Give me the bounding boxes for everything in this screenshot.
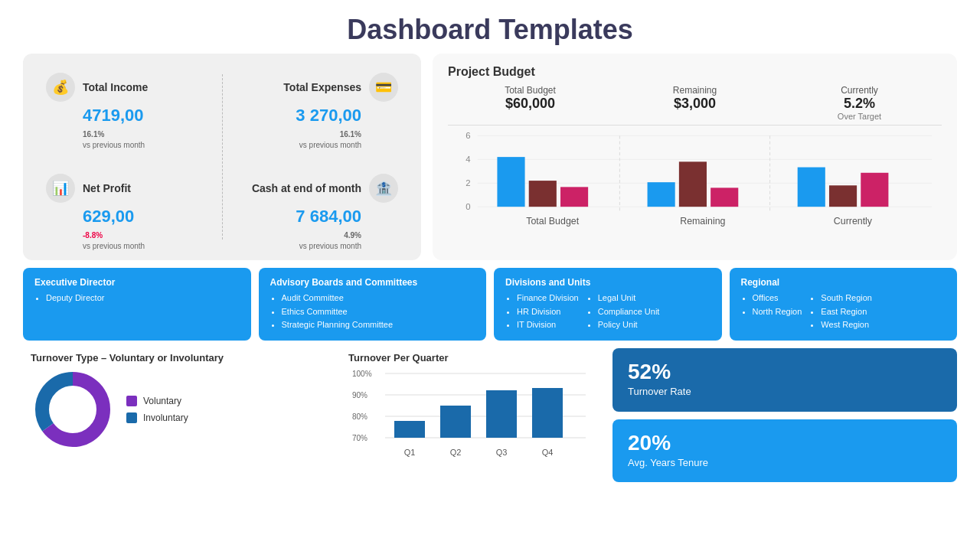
org-card-regional-col1: Offices North Region [741, 292, 802, 332]
row3: Turnover Type – Voluntary or Involuntary… [23, 348, 957, 482]
org-card-advisory: Advisory Boards and Committees Audit Com… [259, 268, 487, 341]
list-item: West Region [821, 318, 872, 332]
list-item: Deputy Director [46, 292, 240, 305]
svg-text:6: 6 [466, 131, 470, 140]
svg-text:80%: 80% [352, 412, 368, 421]
donut-legend: Voluntary Involuntary [126, 396, 188, 423]
budget-remaining-header: Remaining $3,000 [612, 85, 777, 121]
cash-value: 7 684,00 [296, 207, 361, 227]
income-icon: 💰 [46, 73, 75, 102]
svg-rect-12 [648, 182, 675, 207]
list-item: Compliance Unit [598, 305, 660, 319]
svg-text:70%: 70% [352, 434, 368, 442]
list-item: HR Division [517, 305, 579, 319]
org-card-divisions-col2: Legal Unit Compliance Unit Policy Unit [586, 292, 660, 332]
budget-card: Project Budget Total Budget $60,000 Rema… [433, 54, 957, 260]
kpi-turnover-label: Turnover Rate [628, 386, 942, 397]
budget-headers: Total Budget $60,000 Remaining $3,000 Cu… [448, 85, 942, 121]
org-card-regional-col2: South Region East Region West Region [809, 292, 872, 332]
donut-chart [31, 367, 115, 452]
list-item: North Region [753, 305, 802, 319]
cash-label: Cash at end of month [252, 182, 361, 194]
quarter-bar-chart-area: 100% 90% 80% 70% Q1 Q2 [348, 367, 593, 467]
org-card-executive: Executive Director Deputy Director [23, 268, 251, 341]
row1: 💰 Total Income 4719,00 16.1% vs previous… [23, 54, 957, 260]
legend-voluntary: Voluntary [126, 396, 188, 406]
total-income-value: 4719,00 [83, 106, 207, 126]
total-income-item: 💰 Total Income 4719,00 16.1% vs previous… [31, 61, 222, 162]
page-title: Dashboard Templates [0, 0, 980, 54]
expenses-icon: 💳 [369, 73, 398, 102]
list-item: Strategic Planning Committee [282, 318, 475, 332]
kpi-turnover-rate: 52% Turnover Rate [612, 348, 957, 412]
org-card-advisory-title: Advisory Boards and Committees [270, 277, 475, 288]
svg-text:Q4: Q4 [542, 448, 554, 457]
svg-rect-18 [861, 173, 888, 207]
svg-text:Remaining: Remaining [680, 216, 725, 227]
svg-rect-16 [798, 168, 825, 207]
list-item: Legal Unit [598, 292, 660, 305]
kpi-cards: 52% Turnover Rate 20% Avg. Years Tenure [612, 348, 957, 482]
net-profit-value: 629,00 [83, 207, 207, 227]
svg-rect-8 [497, 157, 524, 207]
finance-card: 💰 Total Income 4719,00 16.1% vs previous… [23, 54, 421, 260]
svg-rect-13 [679, 161, 707, 207]
main-content: 💰 Total Income 4719,00 16.1% vs previous… [0, 54, 980, 482]
voluntary-label: Voluntary [143, 396, 181, 406]
budget-title: Project Budget [448, 65, 942, 79]
svg-text:Q1: Q1 [404, 448, 416, 457]
kpi-tenure-pct: 20% [628, 431, 942, 455]
total-expenses-header: 💳 Total Expenses [283, 73, 398, 102]
kpi-avg-tenure: 20% Avg. Years Tenure [612, 419, 957, 483]
net-profit-sub: -8.8% vs previous month [83, 230, 207, 252]
cash-item: 🏦 Cash at end of month 7 684,00 4.9% vs … [222, 162, 413, 263]
quarter-bar-chart: 100% 90% 80% 70% Q1 Q2 [348, 367, 593, 467]
svg-rect-32 [394, 421, 425, 438]
org-card-divisions-cols: Finance Division HR Division IT Division… [505, 292, 710, 332]
total-income-header: 💰 Total Income [46, 73, 207, 102]
cash-sub: 4.9% vs previous month [299, 230, 361, 252]
budget-chart: 6 4 2 0 Total Bud [448, 129, 942, 252]
turnover-quarter-title: Turnover Per Quarter [348, 352, 593, 364]
kpi-tenure-label: Avg. Years Tenure [628, 457, 942, 468]
total-income-sub: 16.1% vs previous month [83, 129, 207, 151]
svg-text:100%: 100% [352, 370, 372, 378]
list-item: Finance Division [517, 292, 579, 305]
total-expenses-value: 3 270,00 [296, 106, 361, 126]
org-card-divisions-col1: Finance Division HR Division IT Division [505, 292, 579, 332]
list-item: Offices [753, 292, 802, 305]
org-card-advisory-list: Audit Committee Ethics Committee Strateg… [270, 292, 475, 332]
org-card-regional-cols: Offices North Region South Region East R… [741, 292, 946, 332]
svg-rect-10 [560, 187, 588, 207]
cash-icon: 🏦 [369, 174, 398, 203]
svg-text:4: 4 [466, 155, 470, 164]
net-profit-header: 📊 Net Profit [46, 174, 207, 203]
svg-text:Currently: Currently [834, 216, 873, 227]
svg-rect-9 [529, 181, 557, 207]
row2-org-cards: Executive Director Deputy Director Advis… [23, 268, 957, 341]
donut-area: Voluntary Involuntary [31, 367, 322, 452]
turnover-quarter-card: Turnover Per Quarter 100% 90% 80% 70% [341, 348, 601, 482]
org-card-divisions-title: Divisions and Units [505, 277, 710, 288]
svg-text:Q3: Q3 [496, 448, 508, 457]
budget-chart-area: 6 4 2 0 Total Bud [448, 129, 942, 252]
org-card-divisions: Divisions and Units Finance Division HR … [494, 268, 722, 341]
turnover-type-title: Turnover Type – Voluntary or Involuntary [31, 352, 322, 364]
svg-text:Q2: Q2 [450, 448, 462, 457]
legend-involuntary: Involuntary [126, 412, 188, 423]
svg-text:2: 2 [466, 178, 470, 187]
svg-rect-38 [532, 388, 563, 438]
list-item: Audit Committee [282, 292, 475, 305]
profit-icon: 📊 [46, 174, 75, 203]
svg-rect-17 [829, 185, 857, 207]
svg-rect-14 [710, 187, 738, 207]
list-item: East Region [821, 305, 872, 319]
svg-rect-34 [440, 406, 471, 438]
total-expenses-label: Total Expenses [283, 81, 361, 93]
kpi-turnover-pct: 52% [628, 360, 942, 384]
list-item: Ethics Committee [282, 305, 475, 319]
involuntary-dot [126, 412, 137, 423]
turnover-type-card: Turnover Type – Voluntary or Involuntary… [23, 348, 329, 482]
net-profit-label: Net Profit [83, 182, 131, 194]
budget-currently-header: Currently 5.2% Over Target [777, 85, 942, 121]
